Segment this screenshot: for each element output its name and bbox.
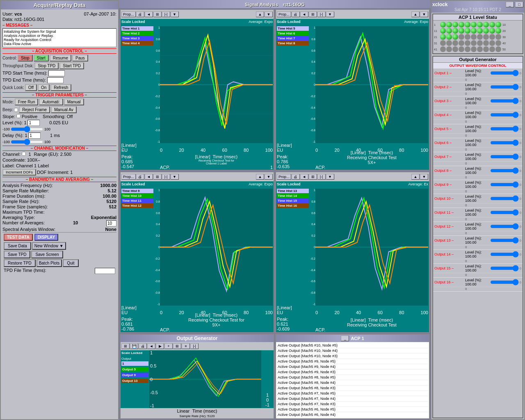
output-slider-12[interactable] <box>490 225 519 228</box>
beep-checkbox[interactable] <box>14 108 18 112</box>
up-btn-bl[interactable]: ▲ <box>256 174 264 180</box>
print-btn-tr[interactable]: 🖨 <box>292 11 300 17</box>
start-button[interactable]: Start <box>34 55 49 62</box>
stop-button[interactable]: Stop <box>18 55 33 62</box>
zoom-btn-br[interactable]: |-| <box>317 174 326 180</box>
manual-button[interactable]: Manual <box>64 98 84 105</box>
zoom-btn-tl[interactable]: |-| <box>162 11 170 17</box>
xclock-maximize[interactable]: □ <box>515 2 523 7</box>
level-slider[interactable] <box>11 127 43 132</box>
output-slider-10[interactable] <box>490 197 519 200</box>
manual-av-button[interactable]: Manual Av <box>51 106 77 113</box>
prop-btn-bl[interactable]: Prop... <box>121 174 136 180</box>
outgen-tb9[interactable]: |-| <box>190 343 199 349</box>
outgen-tb3[interactable]: 🖨 <box>139 343 147 349</box>
new-window-button[interactable]: New Window ▼ <box>32 242 66 250</box>
delay-input[interactable] <box>28 132 41 139</box>
prop-btn-tr[interactable]: Prop... <box>277 11 291 17</box>
arrow-btn-bl[interactable]: ◄ <box>145 174 153 180</box>
zoom-btn-tr[interactable]: |-| <box>317 11 326 17</box>
minus-btn-br[interactable]: ▼ <box>326 174 334 180</box>
tpd-start-input[interactable] <box>48 70 65 76</box>
output-slider-14[interactable] <box>490 253 519 256</box>
output-slider-1[interactable] <box>490 71 519 75</box>
output-slider-7[interactable] <box>490 155 519 158</box>
output-slider-8[interactable] <box>490 169 519 172</box>
off-button[interactable]: Off <box>25 84 37 91</box>
outgen-tb7[interactable]: ⊞ <box>173 343 181 349</box>
up-btn-tr[interactable]: ▲ <box>411 11 420 17</box>
level-input[interactable] <box>27 120 40 126</box>
print-btn-bl[interactable]: 🖨 <box>136 174 144 180</box>
restore-tpd-button[interactable]: Restore TPD <box>4 259 36 267</box>
slope-checkbox[interactable] <box>16 114 21 118</box>
down-btn-bl[interactable]: ▼ <box>265 174 273 180</box>
acp-list-item: Active Output (Mach5 #9, Node #5) <box>277 359 428 364</box>
output-slider-4[interactable] <box>490 113 519 116</box>
output-slider-16[interactable] <box>490 281 519 284</box>
pause-button[interactable]: Paus <box>72 55 88 62</box>
grid-btn-tl[interactable]: ⊞ <box>153 11 162 17</box>
minus-btn-tl[interactable]: ▼ <box>171 11 179 17</box>
grid-btn-bl[interactable]: ⊞ <box>153 174 162 180</box>
increment-button[interactable]: Increment DOFs <box>2 169 36 176</box>
xclock-minimize[interactable]: _ <box>506 2 514 7</box>
tpd-file-input[interactable] <box>95 268 115 274</box>
outgen-tb6[interactable]: + <box>164 343 173 349</box>
grid-btn-tr[interactable]: ⊞ <box>309 11 317 17</box>
batch-plots-button[interactable]: Batch Plots <box>37 259 62 267</box>
num-avg-input[interactable] <box>106 220 116 226</box>
output-slider-5[interactable] <box>490 127 519 130</box>
test-data-button[interactable]: TEST DATA <box>4 234 33 241</box>
refresh-button[interactable]: Refresh <box>50 84 71 91</box>
prop-btn-br[interactable]: Prop... <box>277 174 291 180</box>
down-btn-tr[interactable]: ▼ <box>420 11 428 17</box>
zoom-btn-bl[interactable]: |-| <box>162 174 170 180</box>
display-button[interactable]: DISPLAY <box>34 234 58 241</box>
outgen-tb4[interactable]: ◄ <box>147 343 155 349</box>
up-btn-br[interactable]: ▲ <box>411 174 420 180</box>
bandwidth-title: – BANDWIDTH AND AVERAGING – <box>2 177 116 182</box>
start-tpd-button[interactable]: Start TPD <box>59 62 84 69</box>
output-slider-9[interactable] <box>490 183 519 186</box>
reject-frame-button[interactable]: Reject Frame <box>19 106 50 113</box>
output-slider-15[interactable] <box>490 267 519 270</box>
output-slider-13[interactable] <box>490 239 519 242</box>
output-slider-3[interactable] <box>490 99 519 103</box>
acp-list-item: Active Output (Mach5 #9, Node #4) <box>277 364 428 370</box>
tpd-end-input[interactable] <box>47 77 64 83</box>
auto-button[interactable]: Automati: <box>39 98 63 105</box>
outgen-tb1[interactable]: ⊞ <box>121 343 130 349</box>
save-screen-button[interactable]: Save Screen <box>31 251 63 258</box>
up-btn-tl[interactable]: ▲ <box>256 11 264 17</box>
x-axis-br: 020406080100 <box>315 310 428 315</box>
prop-btn-tl[interactable]: Prop... <box>121 11 136 17</box>
outgen-tb8[interactable]: ≡ <box>182 343 190 349</box>
stop-tpd-button[interactable]: Stop TPD <box>34 62 59 69</box>
on-button[interactable]: On <box>38 84 50 91</box>
outgen-tb5[interactable]: ▶ <box>156 343 164 349</box>
arrow-btn-tl[interactable]: ◄ <box>145 11 153 17</box>
output-slider-2[interactable] <box>490 85 519 89</box>
output-slider-11[interactable] <box>490 211 519 214</box>
arrow-btn-br[interactable]: ◄ <box>300 174 308 180</box>
save-tpd-button[interactable]: Save TPD <box>4 251 30 258</box>
print-btn-tl[interactable]: 🖨 <box>136 11 144 17</box>
minus-btn-bl[interactable]: ▼ <box>171 174 179 180</box>
down-btn-tl[interactable]: ▼ <box>265 11 273 17</box>
resume-button[interactable]: Resume <box>50 55 71 62</box>
grid-btn-br[interactable]: ⊞ <box>309 174 317 180</box>
output-slider-6[interactable] <box>490 141 519 144</box>
down-btn-br[interactable]: ▼ <box>420 174 428 180</box>
channel-checkbox[interactable] <box>22 152 26 156</box>
save-data-button[interactable]: Save Data <box>4 242 31 250</box>
print-btn-br[interactable]: 🖨 <box>292 174 300 180</box>
free-run-button[interactable]: Free Run <box>15 98 39 105</box>
acp-minimize-btn[interactable]: _ <box>341 336 349 341</box>
outgen-tb2[interactable]: 💾 <box>130 343 138 349</box>
delay-slider[interactable] <box>11 139 43 144</box>
quit-button[interactable]: Quit <box>63 259 78 267</box>
minus-btn-tr[interactable]: ▼ <box>326 11 334 17</box>
arrow-btn-tr[interactable]: ◄ <box>300 11 308 17</box>
outgen-y-scale: 10-1 <box>261 350 274 408</box>
